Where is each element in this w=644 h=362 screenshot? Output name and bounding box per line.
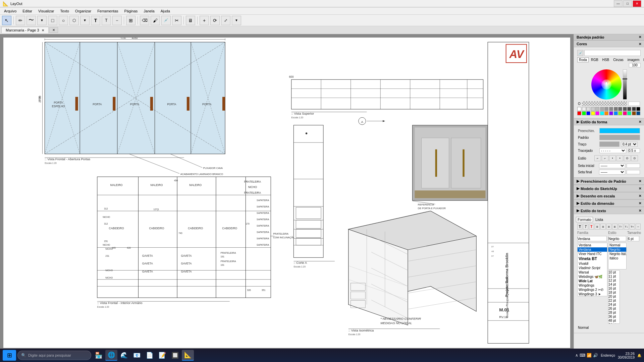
scale-drawing-close-icon[interactable]: ✕ [639,194,641,198]
swatch-5[interactable] [600,107,604,111]
tool-pencil[interactable]: ✏ [16,16,25,25]
swatch-white[interactable] [577,107,581,111]
swatch-9[interactable] [618,107,622,111]
swatch-red[interactable] [577,111,581,115]
swatch-4[interactable] [595,107,599,111]
colors-close-icon[interactable]: ✕ [639,42,641,46]
swatch-pink[interactable] [623,111,627,115]
font-size-input[interactable] [628,236,639,241]
seta-inicial-select[interactable]: —— [599,163,625,168]
swatch-blue[interactable] [586,111,590,115]
color-percent-input[interactable] [629,63,641,67]
tab-formato[interactable]: Formato [576,217,593,222]
swatch-11[interactable] [627,107,631,111]
opacity-input[interactable]: 100 [628,102,640,106]
font-family-list[interactable]: Verdana Verdana Viner Hand ITC Vineta BT… [577,243,607,296]
menu-visualizar[interactable]: Visualizar [36,8,57,14]
tool-text[interactable]: T [91,16,100,25]
tool-dropdown2[interactable]: ▼ [80,16,90,25]
start-button[interactable]: ⊞ [3,350,16,361]
tab-lista[interactable]: Lista [642,57,644,62]
tool-eraser[interactable]: ⌫ [140,16,149,25]
tab-marcenaria[interactable]: Marcenaria - Page 3 ✕ [1,27,49,33]
taskbar-app-unknown[interactable]: 🔲 [169,350,181,361]
colors-header[interactable]: Cores ✕ [574,41,644,47]
tab-imagem[interactable]: imagem [626,57,641,62]
menu-ferramentas[interactable]: Ferramentas [95,8,121,14]
dimension-style-header[interactable]: ▶ Estilo da dimensão ✕ [574,200,644,207]
seta-final-size[interactable]: 1 pt [627,170,640,174]
tool-dropdown3[interactable]: ▼ [232,16,241,25]
taskbar-keyboard-icon[interactable]: ⌨ [580,353,585,358]
swatch-green[interactable] [582,111,586,115]
menu-editar[interactable]: Editar [20,8,35,14]
fill-color-box[interactable] [599,128,640,133]
swatch-2[interactable] [586,107,590,111]
tool-circle[interactable]: ○ [59,16,68,25]
swatch-8[interactable] [614,107,618,111]
font-family-input[interactable] [577,236,607,241]
bold-button[interactable]: T [577,224,582,230]
italic-button[interactable]: T [583,224,588,230]
scale-drawing-header[interactable]: ▶ Desenho em escala ✕ [574,192,644,199]
estilo-btn-1[interactable]: ⌐ [594,155,601,161]
tool-rect[interactable]: □ [48,16,57,25]
taskbar-app-mail[interactable]: 📧 [131,350,143,361]
taskbar-app-store[interactable]: 🏪 [93,350,105,361]
maximize-button[interactable]: □ [623,0,632,7]
close-button[interactable]: ✕ [633,0,641,7]
taskbar-app-edge[interactable]: 🌊 [118,350,130,361]
menu-organizar[interactable]: Organizar [72,8,94,14]
align-justify-button[interactable]: ≡ [612,224,617,230]
tab-hsb[interactable]: HSB [601,57,611,62]
color-text-button[interactable]: T [589,224,594,230]
tab-lista[interactable]: Lista [594,217,605,222]
fill-pattern-header[interactable]: ▶ Preenchimento de Padrão ✕ [574,178,644,185]
menu-paginas[interactable]: Páginas [122,8,141,14]
tool-monitor[interactable]: 🖥 [186,16,195,25]
tab-cinzas[interactable]: Cinzas [611,57,625,62]
swatch-magenta[interactable] [595,111,599,115]
tool-dropdown1[interactable]: ▼ [37,16,47,25]
color-wheel[interactable] [591,69,622,100]
tool-table[interactable]: ⊞ [126,16,136,25]
tab-close[interactable]: ✕ [42,28,44,32]
pattern-box[interactable] [599,135,640,140]
seta-final-select[interactable]: —— [599,170,625,175]
swatch-3[interactable] [591,107,595,111]
stroke-width-select[interactable]: 0.4 pt 0.5 pt 1 pt [621,142,638,147]
hex-color-input[interactable] [584,50,641,56]
menu-janela[interactable]: Janela [141,8,157,14]
swatch-cyan[interactable] [600,111,604,115]
swatch-yellow[interactable] [591,111,595,115]
taskbar-app-word[interactable]: 📝 [156,350,168,361]
stroke-color-box[interactable] [599,141,620,147]
estilo-btn-2[interactable]: ⌐ [602,155,608,161]
taskbar-up-arrow-icon[interactable]: ∧ [575,353,578,358]
text-btn-11[interactable]: ↔ [636,224,641,230]
swatch-orange[interactable] [604,111,608,115]
tool-eyedropper[interactable]: 💉 [161,16,171,25]
estilo-btn-5[interactable]: ⊙ [624,155,631,161]
tool-scissors[interactable]: ✂ [172,16,181,25]
shape-style-header[interactable]: ▶ Estilo da forma ✕ [574,118,644,125]
swatch-navy[interactable] [636,111,640,115]
estilo-btn-3[interactable]: • [609,155,616,161]
swatch-black[interactable] [636,107,640,111]
swatch-1[interactable] [582,107,586,111]
taskbar-app-acrobat[interactable]: 📄 [144,350,156,361]
text-style-header[interactable]: ▶ Estilo do texto ✕ [574,207,644,214]
tool-sync[interactable]: ⟳ [210,16,220,25]
font-style-list[interactable]: Normal Negrito Negrito Itál. Itálico [608,243,627,269]
brightness-slider[interactable] [623,69,627,100]
dimension-style-close-icon[interactable]: ✕ [639,201,641,205]
taskbar-volume-icon[interactable]: 🔊 [593,353,598,358]
text-btn-10[interactable]: T= [630,224,635,230]
tab-roda[interactable]: Roda [577,57,589,62]
font-style-input[interactable] [608,236,626,241]
seta-inicial-size[interactable]: 5 pt [627,164,640,168]
dash-scale-input[interactable] [628,148,640,153]
eyedropper-button[interactable]: 💉 [577,50,583,56]
estilo-btn-4[interactable]: • [616,155,623,161]
swatch-purple[interactable] [609,111,613,115]
